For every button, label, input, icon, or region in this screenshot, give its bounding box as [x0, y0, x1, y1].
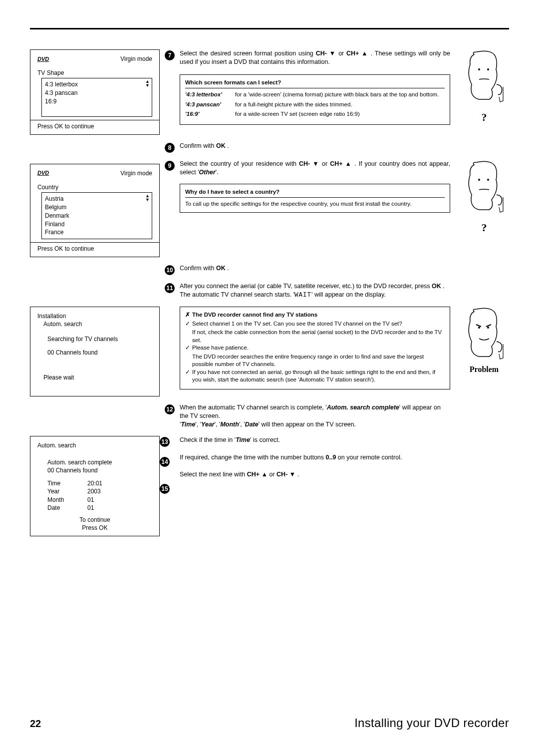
osd1-opt: 4:3 panscan	[45, 89, 149, 97]
step-9-num: 9	[165, 161, 175, 171]
step-13-num: 13	[160, 437, 170, 447]
osd2-footer: Press OK to continue	[30, 242, 159, 253]
svg-point-0	[478, 68, 480, 70]
info-problem-tip1b: If not, check the cable connection from …	[185, 329, 445, 344]
osd4-line2: 00 Channels found	[47, 466, 152, 474]
info-problem: The DVD recorder cannot find any TV stat…	[180, 307, 450, 389]
step-15-text: Select the next line with CH+ ▲ or CH- ▼…	[180, 470, 450, 479]
section-title: Installing your DVD recorder	[354, 715, 509, 731]
top-rule	[30, 28, 509, 29]
step-12-num: 12	[165, 404, 175, 414]
info-formats-title: Which screen formats can I select?	[185, 79, 445, 89]
dvd-logo: DVD	[37, 169, 49, 177]
step-10-num: 10	[165, 265, 175, 275]
osd3-line3: Please wait	[43, 374, 152, 381]
question-mark-icon: ?	[459, 220, 509, 235]
osd-installation: Installation Autom. search Searching for…	[30, 307, 160, 396]
svg-point-1	[487, 68, 489, 70]
osd2-opt: Austria	[45, 195, 149, 203]
updown-arrows-icon: ▲▼	[145, 79, 150, 87]
question-mark-icon: ?	[459, 110, 509, 125]
step-11-num: 11	[165, 283, 175, 293]
step-8-num: 8	[165, 143, 175, 153]
osd1-mode: Virgin mode	[120, 55, 152, 63]
svg-point-3	[487, 179, 489, 181]
osd2-heading: Country	[37, 183, 152, 191]
osd4-line1: Autom. search complete	[47, 458, 152, 466]
osd-country: DVD Virgin mode Country ▲▼ Austria Belgi…	[30, 164, 160, 258]
step-8-text: Confirm with OK .	[180, 142, 455, 150]
osd1-opt: 4:3 letterbox	[45, 80, 149, 89]
step-14-num: 14	[160, 457, 170, 467]
info-country: Why do I have to select a country? To ca…	[180, 184, 450, 213]
info-problem-tip2b: The DVD recorder searches the entire fre…	[185, 353, 445, 369]
osd2-mode: Virgin mode	[120, 169, 152, 177]
step-7-text: Select the desired screen format positio…	[180, 49, 450, 66]
dvd-logo: DVD	[37, 55, 49, 63]
info-problem-tip3: If you have not connected an aerial, go …	[185, 369, 445, 384]
info-country-title: Why do I have to select a country?	[185, 188, 445, 198]
svg-point-4	[478, 327, 480, 329]
osd2-opt: Finland	[45, 220, 149, 229]
osd2-opt: France	[45, 228, 149, 237]
step-13-text: Check if the time in 'Time' is correct.	[180, 436, 450, 444]
problem-label: Problem	[459, 364, 509, 375]
osd2-opt: Denmark	[45, 212, 149, 220]
osd2-opt: Belgium	[45, 203, 149, 212]
step-7-num: 7	[165, 50, 175, 60]
osd3-line2: 00 Channels found	[47, 349, 152, 357]
osd4-footer2: Press OK	[37, 524, 152, 532]
osd3-title: Installation	[37, 312, 152, 320]
angry-face-icon	[464, 307, 504, 362]
osd3-line1: Searching for TV channels	[47, 335, 152, 343]
updown-arrows-icon: ▲▼	[145, 194, 150, 202]
step-9-text: Select the country of your residence wit…	[180, 160, 450, 177]
svg-point-5	[487, 327, 489, 329]
question-face-icon	[464, 160, 504, 215]
osd3-subtitle: Autom. search	[43, 320, 152, 328]
osd1-footer: Press OK to continue	[30, 120, 159, 130]
osd1-opt: 16:9	[45, 97, 149, 106]
question-face-icon	[464, 49, 504, 104]
info-screen-formats: Which screen formats can I select? '4:3 …	[180, 74, 450, 125]
osd-autom-search: Autom. search Autom. search complete 00 …	[30, 436, 160, 537]
osd4-footer1: To continue	[37, 516, 152, 524]
osd4-title: Autom. search	[37, 441, 152, 449]
step-12-text: When the automatic TV channel search is …	[180, 403, 455, 429]
step-15-num: 15	[160, 484, 170, 494]
svg-point-2	[478, 179, 480, 181]
osd-tv-shape: DVD Virgin mode TV Shape ▲▼ 4:3 letterbo…	[30, 49, 160, 135]
step-11-text: After you connect the aerial (or cable T…	[180, 282, 455, 300]
info-problem-tip2: Please have patience.	[185, 344, 445, 352]
page-number: 22	[30, 717, 41, 731]
step-14-text: If required, change the time with the nu…	[180, 453, 450, 462]
info-problem-title: The DVD recorder cannot find any TV stat…	[192, 312, 317, 318]
info-country-body: To call up the specific settings for the…	[185, 200, 445, 208]
step-10-text: Confirm with OK .	[180, 264, 455, 273]
info-problem-tip1: Select channel 1 on the TV set. Can you …	[185, 320, 445, 328]
osd1-heading: TV Shape	[37, 69, 152, 77]
